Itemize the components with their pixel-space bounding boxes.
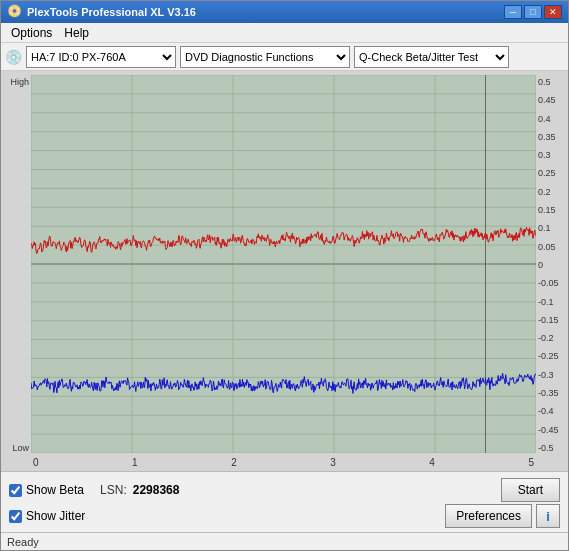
- right-buttons: Start: [501, 478, 560, 502]
- show-beta-label: Show Beta: [26, 483, 84, 497]
- test-select[interactable]: Q-Check Beta/Jitter Test: [354, 46, 509, 68]
- show-beta-checkbox-label[interactable]: Show Beta: [9, 483, 84, 497]
- start-button[interactable]: Start: [501, 478, 560, 502]
- menu-help[interactable]: Help: [58, 25, 95, 41]
- lsn-area: LSN: 2298368: [100, 483, 179, 497]
- show-beta-checkbox[interactable]: [9, 484, 22, 497]
- menu-bar: Options Help: [1, 23, 568, 43]
- close-button[interactable]: ✕: [544, 5, 562, 19]
- bottom-panel: Show Beta LSN: 2298368 Start Show Jitter…: [1, 471, 568, 532]
- x-2: 2: [231, 457, 237, 468]
- drive-select[interactable]: HA:7 ID:0 PX-760A: [26, 46, 176, 68]
- main-window: 📀 PlexTools Professional XL V3.16 ─ □ ✕ …: [0, 0, 569, 551]
- menu-options[interactable]: Options: [5, 25, 58, 41]
- y-low-label: Low: [12, 443, 29, 453]
- status-bar: Ready: [1, 532, 568, 550]
- show-jitter-checkbox-label[interactable]: Show Jitter: [9, 509, 85, 523]
- x-0: 0: [33, 457, 39, 468]
- y-high-label: High: [10, 77, 29, 87]
- app-icon: 📀: [7, 4, 23, 20]
- x-4: 4: [429, 457, 435, 468]
- minimize-button[interactable]: ─: [504, 5, 522, 19]
- window-title: PlexTools Professional XL V3.16: [27, 6, 504, 18]
- show-jitter-checkbox[interactable]: [9, 510, 22, 523]
- preferences-button[interactable]: Preferences: [445, 504, 532, 528]
- y-axis-right: 0.5 0.45 0.4 0.35 0.3 0.25 0.2 0.15 0.1 …: [536, 75, 568, 471]
- x-3: 3: [330, 457, 336, 468]
- x-axis: 0 1 2 3 4 5: [31, 453, 536, 471]
- lsn-value: 2298368: [133, 483, 180, 497]
- chart-render: [31, 75, 536, 453]
- drive-icon: 💿: [5, 49, 22, 65]
- status-text: Ready: [7, 536, 39, 548]
- lsn-label: LSN:: [100, 483, 127, 497]
- chart-area: High Low 0 1 2 3 4 5 0.5 0.45 0.4 0.35 0…: [1, 71, 568, 471]
- prefs-buttons: Preferences i: [445, 504, 560, 528]
- y-axis-left: High Low: [1, 75, 31, 471]
- bottom-row2: Show Jitter Preferences i: [9, 504, 560, 528]
- bottom-row1: Show Beta LSN: 2298368 Start: [9, 478, 560, 502]
- show-jitter-label: Show Jitter: [26, 509, 85, 523]
- maximize-button[interactable]: □: [524, 5, 542, 19]
- title-bar: 📀 PlexTools Professional XL V3.16 ─ □ ✕: [1, 1, 568, 23]
- toolbar: 💿 HA:7 ID:0 PX-760A DVD Diagnostic Funct…: [1, 43, 568, 71]
- info-button[interactable]: i: [536, 504, 560, 528]
- window-controls: ─ □ ✕: [504, 5, 562, 19]
- x-1: 1: [132, 457, 138, 468]
- function-select[interactable]: DVD Diagnostic Functions: [180, 46, 350, 68]
- chart-inner: 0 1 2 3 4 5: [31, 75, 536, 471]
- x-5: 5: [528, 457, 534, 468]
- chart-canvas: [31, 75, 536, 453]
